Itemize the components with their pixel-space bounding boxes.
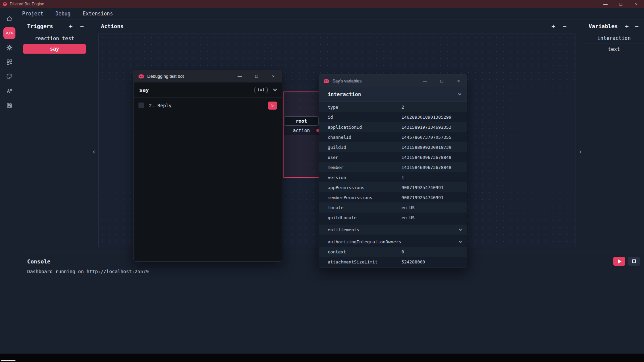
- home-icon[interactable]: [3, 13, 15, 25]
- remove-variable-button[interactable]: −: [635, 23, 639, 29]
- variable-value: 1445786073707057355: [401, 135, 467, 140]
- variable-row: id 1462893018901385299: [319, 112, 467, 122]
- remove-action-button[interactable]: −: [563, 23, 567, 29]
- maximize-icon[interactable]: □: [613, 0, 629, 8]
- collapse-right-icon[interactable]: ›: [577, 147, 584, 156]
- variable-item-interaction[interactable]: interaction: [584, 33, 644, 44]
- minimize-icon[interactable]: —: [598, 0, 613, 8]
- collapse-left-icon[interactable]: ‹: [90, 147, 98, 156]
- run-button[interactable]: [613, 257, 625, 266]
- titlebar[interactable]: Discord Bot Engine — □ ×: [0, 0, 644, 8]
- variable-row: version 1: [319, 172, 467, 182]
- triggers-header: Triggers + −: [19, 19, 90, 33]
- palette-icon[interactable]: [3, 70, 15, 82]
- activity-bar: </>: [0, 8, 19, 354]
- debug-window-titlebar[interactable]: Debugging test bot — □ ×: [134, 70, 282, 82]
- code-icon[interactable]: </>: [3, 27, 15, 39]
- chevron-down-icon[interactable]: [273, 87, 277, 91]
- variable-key: applicationId: [328, 125, 401, 130]
- variable-row: user 1431584609673678848: [319, 152, 467, 162]
- close-icon[interactable]: ×: [450, 75, 467, 87]
- variable-row-clipped: [319, 267, 467, 268]
- add-action-button[interactable]: +: [551, 23, 555, 29]
- minimize-icon[interactable]: —: [231, 70, 248, 82]
- debug-step-row: 2. Reply ▷: [134, 98, 282, 113]
- variable-group-row[interactable]: authorizingIntegrationOwners: [319, 237, 467, 247]
- discord-icon: [139, 74, 144, 78]
- minimize-icon[interactable]: —: [417, 75, 433, 87]
- variable-value: 1431589197134692353: [401, 125, 467, 130]
- node-port-action[interactable]: action: [284, 126, 319, 135]
- variable-value: 9007199254740991: [401, 195, 467, 200]
- variable-value: 1: [401, 175, 467, 180]
- translate-icon[interactable]: [3, 85, 15, 97]
- step-label: 2. Reply: [149, 103, 171, 108]
- variable-value: 1431584609673678848: [401, 155, 467, 160]
- variable-key: user: [328, 155, 401, 160]
- variable-row: appPermissions 9007199254740991: [319, 182, 467, 192]
- chevron-down-icon: [458, 92, 462, 96]
- variable-key: appPermissions: [328, 185, 401, 190]
- trigger-item-say[interactable]: say: [23, 44, 86, 54]
- chevron-down-icon: [459, 227, 462, 231]
- variable-key: guildLocale: [328, 215, 401, 220]
- window-controls: — □ ×: [598, 0, 644, 8]
- menu-extensions[interactable]: Extensions: [83, 11, 113, 17]
- menubar: Project Debug Extensions: [0, 8, 644, 19]
- add-trigger-button[interactable]: +: [69, 23, 72, 29]
- variable-row: memberPermissions 9007199254740991: [319, 192, 467, 202]
- close-icon[interactable]: ×: [265, 70, 282, 82]
- variable-row: applicationId 1431589197134692353: [319, 122, 467, 132]
- run-step-button[interactable]: ▷: [268, 102, 277, 110]
- app-logo-icon: [3, 2, 7, 6]
- variable-value: 524288000: [401, 259, 467, 264]
- variable-key: context: [328, 249, 401, 254]
- chevron-down-icon: [459, 239, 462, 243]
- extensions-icon[interactable]: [3, 56, 15, 68]
- say-variables-window: Say's variables — □ × interaction type 2…: [319, 74, 467, 268]
- variables-window-titlebar[interactable]: Say's variables — □ ×: [319, 75, 467, 87]
- variables-header: Variables + −: [584, 19, 644, 33]
- app-title: Discord Bot Engine: [10, 2, 44, 6]
- stop-button[interactable]: [628, 257, 640, 266]
- node-title[interactable]: root: [284, 116, 319, 126]
- add-variable-button[interactable]: +: [625, 23, 629, 29]
- variable-value: 1431588999230918739: [401, 145, 467, 150]
- variables-window-title: Say's variables: [332, 78, 362, 83]
- variable-row: type 2: [319, 102, 467, 112]
- variable-key: guildId: [328, 145, 401, 150]
- variables-badge-button[interactable]: (x): [254, 87, 268, 93]
- root-node[interactable]: root action: [284, 116, 319, 135]
- variables-table: type 2 id 1462893018901385299 applicatio…: [319, 102, 467, 268]
- discord-icon: [324, 79, 329, 83]
- taskbar-indicator: [1, 360, 15, 361]
- settings-gear-icon[interactable]: [3, 42, 15, 54]
- variable-group-row[interactable]: entitlements: [319, 225, 467, 235]
- save-icon[interactable]: [3, 99, 15, 111]
- actions-title: Actions: [101, 23, 123, 29]
- variable-row: attachmentSizeLimit 524288000: [319, 257, 467, 267]
- step-checkbox[interactable]: [139, 103, 144, 108]
- variable-value: 1462893018901385299: [401, 115, 467, 120]
- remove-trigger-button[interactable]: −: [80, 23, 84, 29]
- maximize-icon[interactable]: □: [433, 75, 450, 87]
- variable-row: member 1431584609673678848: [319, 162, 467, 172]
- menu-project[interactable]: Project: [22, 11, 43, 17]
- close-icon[interactable]: ×: [629, 0, 644, 8]
- stop-icon: [632, 259, 636, 263]
- variable-row: guildLocale en-US: [319, 213, 467, 223]
- variable-value: en-US: [401, 215, 467, 220]
- group-interaction[interactable]: interaction: [319, 87, 467, 102]
- app-window: Discord Bot Engine — □ × Project Debug E…: [0, 0, 644, 362]
- variable-row: context 0: [319, 247, 467, 257]
- debug-window: Debugging test bot — □ × say (x) 2. Repl…: [133, 70, 282, 262]
- maximize-icon[interactable]: □: [248, 70, 265, 82]
- variable-key: memberPermissions: [328, 195, 401, 200]
- variable-item-text[interactable]: text: [584, 44, 644, 55]
- variable-row: guildId 1431588999230918739: [319, 142, 467, 152]
- console-log-line: Dashboard running on http://localhost:25…: [27, 269, 644, 274]
- left-gutter: ‹: [90, 19, 98, 252]
- trigger-item-reaction-test[interactable]: reaction test: [23, 34, 86, 43]
- variable-value: 0: [401, 249, 467, 254]
- menu-debug[interactable]: Debug: [55, 11, 70, 17]
